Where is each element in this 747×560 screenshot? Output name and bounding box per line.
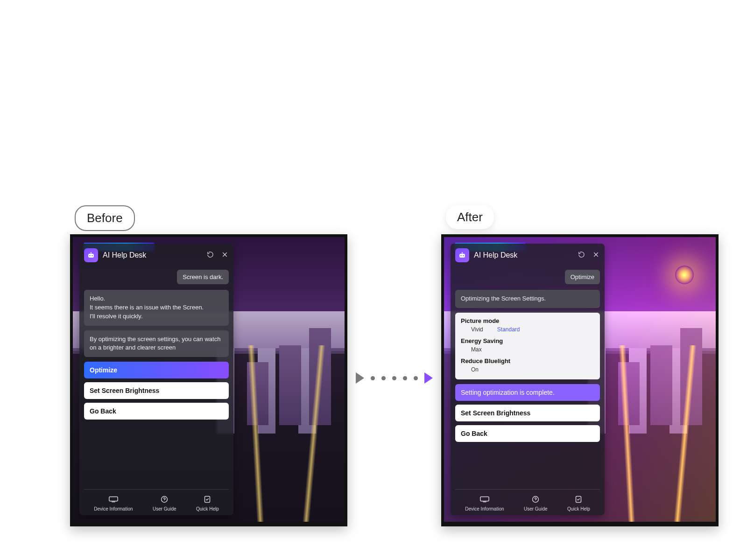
ai-help-desk-panel: AI Help Desk Optimize Optimizing the Scr… [451, 244, 605, 515]
go-back-button[interactable]: Go Back [455, 425, 600, 442]
settings-row: Reduce BluelightOn [461, 357, 594, 373]
refresh-icon[interactable] [206, 251, 214, 260]
ai-bot-icon [84, 248, 98, 262]
ai-help-desk-panel: AI Help Desk Screen is dark. Hello. It s… [79, 244, 233, 515]
svg-rect-7 [459, 254, 465, 258]
system-message-bubble: By optimizing the screen settings, you c… [84, 330, 229, 357]
svg-rect-11 [480, 497, 489, 501]
panel-footer: Device Information User Guide Quick Help [84, 489, 229, 511]
device-information-button[interactable]: Device Information [465, 495, 504, 511]
tv-after: AI Help Desk Optimize Optimizing the Scr… [441, 234, 719, 526]
ai-bot-icon [455, 248, 469, 262]
device-icon [108, 495, 119, 504]
question-icon [159, 495, 169, 504]
optimize-button[interactable]: Optimize [84, 362, 229, 378]
svg-rect-10 [462, 252, 463, 253]
footer-label: Device Information [465, 506, 504, 511]
svg-point-9 [463, 255, 464, 256]
close-icon[interactable] [592, 251, 600, 260]
user-message-bubble: Optimize [565, 270, 600, 284]
checklist-icon [573, 495, 584, 504]
settings-row-values: Max [461, 346, 594, 353]
settings-row-values: VividStandard [461, 326, 594, 333]
settings-row: Energy SavingMax [461, 337, 594, 353]
footer-label: User Guide [153, 506, 176, 511]
system-message-bubble: Hello. It seems there is an issue with t… [84, 290, 229, 326]
svg-point-1 [89, 255, 90, 256]
settings-row-label: Picture mode [461, 317, 594, 324]
svg-rect-4 [109, 497, 118, 501]
user-message-bubble: Screen is dark. [177, 270, 229, 284]
footer-label: Quick Help [567, 506, 590, 511]
settings-summary-card: Picture modeVividStandardEnergy SavingMa… [455, 313, 600, 379]
question-icon [530, 495, 541, 504]
settings-value: Vivid [471, 326, 483, 333]
svg-point-8 [460, 255, 461, 256]
arrow-right-icon [424, 372, 433, 384]
panel-title: AI Help Desk [474, 251, 573, 259]
checklist-icon [202, 495, 212, 504]
system-message-bubble: Optimizing the Screen Settings. [455, 290, 600, 308]
settings-row-label: Energy Saving [461, 337, 594, 344]
refresh-icon[interactable] [578, 251, 585, 260]
settings-row-label: Reduce Bluelight [461, 357, 594, 364]
settings-row-values: On [461, 366, 594, 373]
user-guide-button[interactable]: User Guide [524, 495, 548, 511]
set-brightness-button[interactable]: Set Screen Brightness [455, 405, 600, 421]
quick-help-button[interactable]: Quick Help [196, 495, 219, 511]
footer-label: User Guide [524, 506, 548, 511]
before-badge: Before [75, 205, 135, 231]
transition-arrow [356, 372, 433, 384]
footer-label: Quick Help [196, 506, 219, 511]
device-information-button[interactable]: Device Information [94, 495, 133, 511]
tv-before: AI Help Desk Screen is dark. Hello. It s… [70, 234, 347, 526]
status-message: Setting optimization is complete. [455, 384, 600, 401]
settings-row: Picture modeVividStandard [461, 317, 594, 333]
close-icon[interactable] [221, 251, 229, 260]
panel-title: AI Help Desk [103, 251, 202, 259]
after-badge: After [446, 205, 494, 229]
footer-label: Device Information [94, 506, 133, 511]
panel-footer: Device Information User Guide Quick Help [455, 489, 600, 511]
arrow-right-icon [356, 372, 364, 384]
settings-value: On [471, 366, 479, 373]
quick-help-button[interactable]: Quick Help [567, 495, 590, 511]
svg-rect-3 [91, 252, 92, 253]
settings-value: Standard [497, 326, 520, 333]
svg-rect-0 [88, 254, 94, 258]
set-brightness-button[interactable]: Set Screen Brightness [84, 382, 229, 399]
device-icon [479, 495, 490, 504]
settings-value: Max [471, 346, 482, 353]
user-guide-button[interactable]: User Guide [153, 495, 176, 511]
go-back-button[interactable]: Go Back [84, 403, 229, 420]
svg-point-2 [92, 255, 92, 256]
